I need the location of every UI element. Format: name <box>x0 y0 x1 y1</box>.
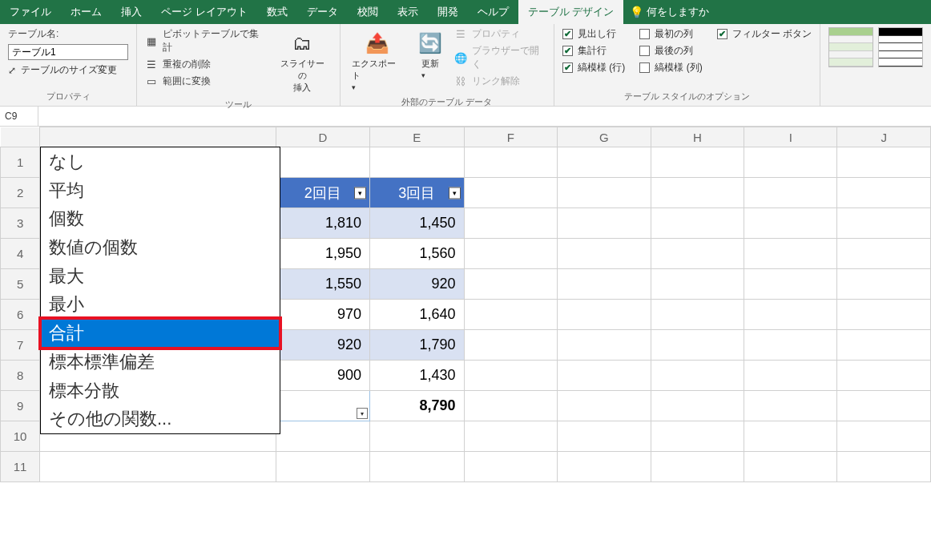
func-item-countnum[interactable]: 数値の個数 <box>41 233 280 262</box>
chk-total-row[interactable]: 集計行 <box>562 44 625 58</box>
chk-first-col[interactable]: 最初の列 <box>639 27 702 41</box>
func-item-var[interactable]: 標本分散 <box>41 377 280 405</box>
cell[interactable] <box>651 178 744 208</box>
row-header[interactable]: 7 <box>1 330 40 361</box>
name-box[interactable]: C9 <box>0 107 38 126</box>
row-header[interactable]: 1 <box>1 147 40 178</box>
total-cell-selected[interactable]: ▾ <box>276 391 370 421</box>
tell-me-search[interactable]: 💡 何をしますか <box>630 0 709 24</box>
cell[interactable] <box>464 361 557 391</box>
select-all-corner[interactable] <box>1 127 40 147</box>
remove-duplicates-button[interactable]: ☰重複の削除 <box>145 58 265 71</box>
row-header[interactable]: 10 <box>1 421 40 452</box>
cell[interactable]: 1,640 <box>370 300 465 330</box>
cell[interactable] <box>651 391 744 421</box>
column-header[interactable]: H <box>651 127 744 147</box>
cell[interactable] <box>651 239 744 269</box>
cell[interactable] <box>558 421 651 452</box>
cell[interactable] <box>744 269 837 300</box>
cell[interactable] <box>837 361 931 391</box>
row-header[interactable]: 11 <box>1 452 40 482</box>
cell[interactable] <box>276 147 370 178</box>
tab-page-layout[interactable]: ページ レイアウト <box>151 0 257 24</box>
tab-file[interactable]: ファイル <box>0 0 61 24</box>
table-header-cell[interactable]: 3回目▾ <box>370 178 465 208</box>
column-header[interactable]: I <box>744 127 837 147</box>
tab-developer[interactable]: 開発 <box>428 0 468 24</box>
cell[interactable] <box>837 269 931 300</box>
cell[interactable]: 920 <box>370 269 465 300</box>
summarize-pivot-button[interactable]: ▦ピボットテーブルで集計 <box>145 27 265 54</box>
total-function-dropdown-icon[interactable]: ▾ <box>357 408 368 419</box>
filter-dropdown-icon[interactable]: ▾ <box>449 187 461 199</box>
filter-dropdown-icon[interactable]: ▾ <box>354 187 366 199</box>
cell[interactable] <box>837 391 931 421</box>
cell[interactable] <box>744 452 837 482</box>
row-header[interactable]: 9 <box>1 391 40 421</box>
cell[interactable] <box>558 269 651 300</box>
column-header[interactable]: J <box>837 127 931 147</box>
table-style-gallery[interactable] <box>828 27 923 67</box>
tab-table-design[interactable]: テーブル デザイン <box>518 0 624 24</box>
cell[interactable] <box>276 452 370 482</box>
row-header[interactable]: 2 <box>1 178 40 208</box>
cell[interactable]: 900 <box>276 361 370 391</box>
func-item-max[interactable]: 最大 <box>41 262 280 291</box>
cell[interactable] <box>464 300 557 330</box>
cell[interactable] <box>837 300 931 330</box>
tab-formulas[interactable]: 数式 <box>257 0 297 24</box>
cell[interactable] <box>464 178 557 208</box>
cell[interactable] <box>651 421 744 452</box>
cell[interactable]: 1,790 <box>370 330 465 361</box>
column-header-hidden[interactable] <box>40 127 276 147</box>
cell[interactable] <box>744 421 837 452</box>
cell[interactable] <box>744 178 837 208</box>
cell[interactable] <box>651 300 744 330</box>
column-header[interactable]: D <box>276 127 370 147</box>
column-header[interactable]: G <box>558 127 651 147</box>
func-item-more[interactable]: その他の関数... <box>41 405 280 433</box>
export-button[interactable]: 📤 エクスポート▾ <box>349 27 406 95</box>
cell[interactable] <box>558 300 651 330</box>
tab-home[interactable]: ホーム <box>61 0 111 24</box>
cell[interactable] <box>651 330 744 361</box>
func-item-stddev[interactable]: 標本標準偏差 <box>41 348 280 377</box>
column-header[interactable]: E <box>370 127 465 147</box>
cell[interactable] <box>558 452 651 482</box>
cell[interactable] <box>837 239 931 269</box>
cell[interactable] <box>651 452 744 482</box>
cell[interactable] <box>837 208 931 239</box>
cell[interactable] <box>744 300 837 330</box>
cell[interactable] <box>370 452 465 482</box>
cell[interactable]: 1,560 <box>370 239 465 269</box>
func-item-none[interactable]: なし <box>41 147 280 176</box>
tab-data[interactable]: データ <box>297 0 348 24</box>
cell[interactable] <box>464 147 557 178</box>
chk-last-col[interactable]: 最後の列 <box>639 44 702 58</box>
cell[interactable] <box>558 239 651 269</box>
cell[interactable] <box>464 269 557 300</box>
cell[interactable] <box>837 330 931 361</box>
row-header[interactable]: 5 <box>1 269 40 300</box>
tab-view[interactable]: 表示 <box>388 0 428 24</box>
cell[interactable]: 920 <box>276 330 370 361</box>
cell[interactable] <box>370 147 465 178</box>
cell[interactable] <box>837 421 931 452</box>
func-item-sum[interactable]: 合計 <box>41 319 280 348</box>
cell[interactable] <box>558 208 651 239</box>
cell[interactable] <box>558 330 651 361</box>
row-header[interactable]: 3 <box>1 208 40 239</box>
cell[interactable] <box>744 391 837 421</box>
cell[interactable] <box>464 391 557 421</box>
table-style-thumb[interactable] <box>828 27 873 67</box>
refresh-button[interactable]: 🔄 更新▾ <box>414 27 446 83</box>
cell[interactable]: 1,450 <box>370 208 465 239</box>
tab-help[interactable]: ヘルプ <box>468 0 518 24</box>
cell[interactable] <box>651 147 744 178</box>
insert-slicer-button[interactable]: 🗂 スライサーの 挿入 <box>273 27 331 97</box>
resize-table-button[interactable]: ⤢ テーブルのサイズ変更 <box>8 63 128 77</box>
table-name-input[interactable] <box>8 44 128 60</box>
row-header[interactable]: 8 <box>1 361 40 391</box>
cell[interactable] <box>837 452 931 482</box>
cell[interactable] <box>837 178 931 208</box>
